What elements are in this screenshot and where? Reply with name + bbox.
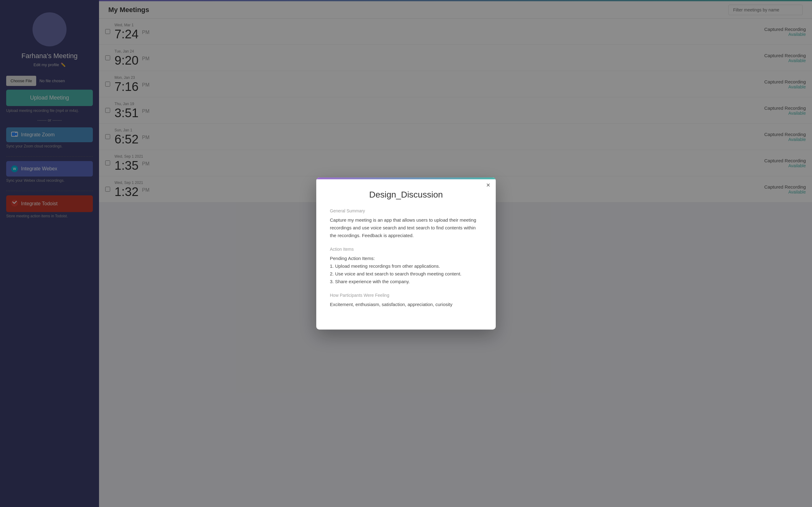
modal-close-button[interactable]: × xyxy=(486,182,490,188)
modal-overlay[interactable]: × Design_Discussion General Summary Capt… xyxy=(0,0,812,507)
modal-top-bar xyxy=(316,177,496,179)
action-items-text: Pending Action Items:1. Upload meeting r… xyxy=(330,255,482,285)
feelings-heading: How Participants Were Feeling xyxy=(330,293,482,298)
modal-dialog: × Design_Discussion General Summary Capt… xyxy=(316,177,496,330)
feelings-text: Excitement, enthusiasm, satisfaction, ap… xyxy=(330,301,482,308)
general-summary-heading: General Summary xyxy=(330,208,482,213)
modal-title: Design_Discussion xyxy=(330,190,482,200)
general-summary-text: Capture my meeting is an app that allows… xyxy=(330,216,482,239)
action-items-heading: Action Items xyxy=(330,247,482,251)
